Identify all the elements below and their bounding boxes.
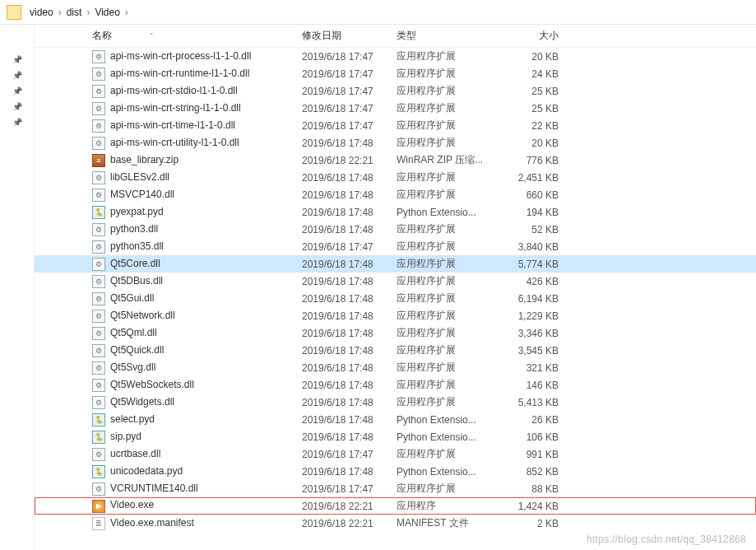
pyd-icon xyxy=(92,206,105,219)
file-size: 26 KB xyxy=(499,414,559,426)
column-header-date[interactable]: 修改日期 xyxy=(302,29,397,43)
file-date: 2019/6/18 17:47 xyxy=(302,120,397,132)
file-size: 106 KB xyxy=(499,431,559,443)
dll-icon xyxy=(92,50,105,63)
file-name: Qt5Svg.dll xyxy=(110,361,155,373)
column-headers: 名称 ˄ 修改日期 类型 大小 xyxy=(35,25,756,48)
dll-icon xyxy=(92,379,105,392)
file-row[interactable]: python3.dll2019/6/18 17:48应用程序扩展52 KB xyxy=(35,221,756,238)
file-size: 25 KB xyxy=(499,86,559,97)
file-row[interactable]: api-ms-win-crt-utility-l1-1-0.dll2019/6/… xyxy=(35,134,756,151)
file-name: unicodedata.pyd xyxy=(110,465,183,477)
file-type: 应用程序扩展 xyxy=(397,67,499,81)
file-size: 5,774 KB xyxy=(499,259,559,270)
file-name: python35.dll xyxy=(110,240,164,252)
file-row[interactable]: Qt5Core.dll2019/6/18 17:48应用程序扩展5,774 KB xyxy=(35,255,756,273)
breadcrumb-seg[interactable]: Video xyxy=(91,7,123,18)
file-row[interactable]: api-ms-win-crt-stdio-l1-1-0.dll2019/6/18… xyxy=(35,82,756,100)
file-row[interactable]: Qt5Svg.dll2019/6/18 17:48应用程序扩展321 KB xyxy=(35,359,756,376)
txt-icon xyxy=(92,517,105,530)
file-row[interactable]: api-ms-win-crt-time-l1-1-0.dll2019/6/18 … xyxy=(35,117,756,134)
file-row[interactable]: VCRUNTIME140.dll2019/6/18 17:47应用程序扩展88 … xyxy=(35,480,756,497)
column-header-size[interactable]: 大小 xyxy=(499,29,559,43)
pyd-icon xyxy=(92,431,105,444)
file-row[interactable]: pyexpat.pyd2019/6/18 17:48Python Extensi… xyxy=(35,203,756,221)
file-name: Video.exe xyxy=(110,499,154,510)
exe-icon xyxy=(92,500,105,513)
file-date: 2019/6/18 17:48 xyxy=(302,380,397,391)
file-row[interactable]: Video.exe.manifest2019/6/18 22:21MANIFES… xyxy=(35,515,756,532)
breadcrumb-seg[interactable]: video xyxy=(26,7,57,18)
file-type: 应用程序扩展 xyxy=(397,361,499,375)
file-row[interactable]: libGLESv2.dll2019/6/18 17:48应用程序扩展2,451 … xyxy=(35,169,756,186)
dll-icon xyxy=(92,327,105,340)
file-row[interactable]: api-ms-win-crt-string-l1-1-0.dll2019/6/1… xyxy=(35,100,756,117)
file-size: 3,346 KB xyxy=(499,328,559,339)
file-size: 3,840 KB xyxy=(499,241,559,253)
file-type: 应用程序扩展 xyxy=(397,447,499,461)
file-date: 2019/6/18 17:47 xyxy=(302,483,397,495)
pin-icon[interactable] xyxy=(12,116,23,128)
file-type: 应用程序扩展 xyxy=(397,309,499,323)
file-row[interactable]: python35.dll2019/6/18 17:47应用程序扩展3,840 K… xyxy=(35,238,756,255)
breadcrumb[interactable]: video›dist›Video› xyxy=(0,0,756,25)
file-name: Video.exe.manifest xyxy=(110,517,194,529)
file-row[interactable]: Qt5Gui.dll2019/6/18 17:48应用程序扩展6,194 KB xyxy=(35,290,756,307)
file-name: api-ms-win-crt-process-l1-1-0.dll xyxy=(110,50,251,62)
file-date: 2019/6/18 17:48 xyxy=(302,431,397,443)
file-name: Qt5WebSockets.dll xyxy=(110,379,194,390)
file-row[interactable]: Qt5WebSockets.dll2019/6/18 17:48应用程序扩展14… xyxy=(35,376,756,394)
file-type: 应用程序扩展 xyxy=(397,291,499,305)
file-type: 应用程序扩展 xyxy=(397,326,499,340)
file-size: 25 KB xyxy=(499,103,559,114)
file-date: 2019/6/18 22:21 xyxy=(302,155,397,166)
file-date: 2019/6/18 17:47 xyxy=(302,241,397,253)
file-type: MANIFEST 文件 xyxy=(397,516,499,530)
dll-icon xyxy=(92,102,105,115)
file-name: Qt5Network.dll xyxy=(110,310,175,321)
chevron-right-icon: › xyxy=(57,7,63,18)
file-row[interactable]: api-ms-win-crt-process-l1-1-0.dll2019/6/… xyxy=(35,48,756,65)
file-type: 应用程序扩展 xyxy=(397,84,499,98)
column-header-name[interactable]: 名称 ˄ xyxy=(92,29,302,43)
pin-icon[interactable] xyxy=(12,85,23,96)
pin-icon[interactable] xyxy=(12,69,23,81)
file-size: 1,229 KB xyxy=(499,310,559,322)
file-row[interactable]: unicodedata.pyd2019/6/18 17:48Python Ext… xyxy=(35,463,756,480)
file-row[interactable]: api-ms-win-crt-runtime-l1-1-0.dll2019/6/… xyxy=(35,65,756,82)
file-type: Python Extensio... xyxy=(397,414,499,426)
sort-indicator-icon: ˄ xyxy=(150,32,154,40)
file-date: 2019/6/18 17:48 xyxy=(302,259,397,270)
file-size: 852 KB xyxy=(499,466,559,478)
file-type: 应用程序扩展 xyxy=(397,274,499,288)
file-row[interactable]: Qt5Network.dll2019/6/18 17:48应用程序扩展1,229… xyxy=(35,307,756,324)
file-row[interactable]: Qt5Quick.dll2019/6/18 17:48应用程序扩展3,545 K… xyxy=(35,342,756,359)
pin-icon[interactable] xyxy=(12,100,23,112)
file-row[interactable]: select.pyd2019/6/18 17:48Python Extensio… xyxy=(35,411,756,428)
file-size: 2 KB xyxy=(499,518,559,529)
file-date: 2019/6/18 17:48 xyxy=(302,189,397,201)
dll-icon xyxy=(92,240,105,254)
file-row[interactable]: MSVCP140.dll2019/6/18 17:48应用程序扩展660 KB xyxy=(35,186,756,203)
file-row[interactable]: Qt5DBus.dll2019/6/18 17:48应用程序扩展426 KB xyxy=(35,273,756,290)
column-header-type[interactable]: 类型 xyxy=(397,29,499,43)
file-row[interactable]: ucrtbase.dll2019/6/18 17:47应用程序扩展991 KB xyxy=(35,445,756,463)
file-row[interactable]: Video.exe2019/6/18 22:21应用程序1,424 KB xyxy=(35,497,756,515)
folder-icon xyxy=(7,5,21,20)
breadcrumb-seg[interactable]: dist xyxy=(63,7,86,18)
file-row[interactable]: Qt5Qml.dll2019/6/18 17:48应用程序扩展3,346 KB xyxy=(35,324,756,342)
file-row[interactable]: sip.pyd2019/6/18 17:48Python Extensio...… xyxy=(35,428,756,445)
quick-access-sidebar xyxy=(0,25,35,550)
file-name: python3.dll xyxy=(110,223,158,235)
file-type: 应用程序扩展 xyxy=(397,378,499,392)
file-date: 2019/6/18 17:48 xyxy=(302,466,397,478)
file-size: 660 KB xyxy=(499,189,559,201)
file-row[interactable]: base_library.zip2019/6/18 22:21WinRAR ZI… xyxy=(35,151,756,169)
file-date: 2019/6/18 17:48 xyxy=(302,397,397,408)
pin-icon[interactable] xyxy=(12,54,23,65)
file-type: Python Extensio... xyxy=(397,207,499,218)
file-row[interactable]: Qt5Widgets.dll2019/6/18 17:48应用程序扩展5,413… xyxy=(35,394,756,411)
dll-icon xyxy=(92,189,105,202)
file-date: 2019/6/18 17:47 xyxy=(302,86,397,97)
file-name: Qt5Quick.dll xyxy=(110,344,164,356)
